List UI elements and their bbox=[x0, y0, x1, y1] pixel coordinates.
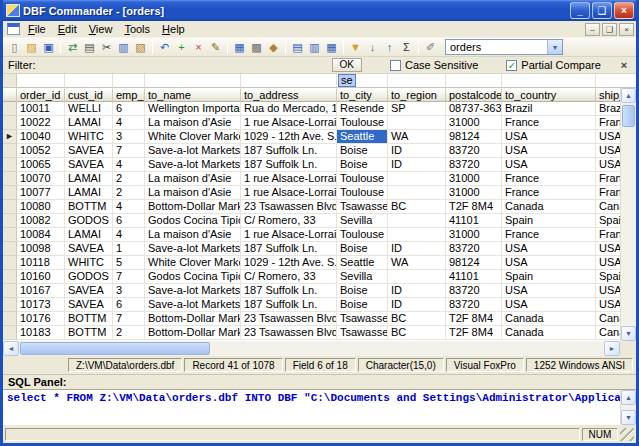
grid-cell[interactable]: 31000 bbox=[446, 186, 502, 200]
grid-cell[interactable]: ID bbox=[388, 298, 446, 312]
grid-cell[interactable]: Spain bbox=[596, 270, 620, 284]
sort-ascending-icon[interactable]: ↓ bbox=[364, 40, 381, 55]
grid-cell[interactable]: Save-a-lot Markets bbox=[145, 144, 241, 158]
sql-scroll-down-icon[interactable]: ▼ bbox=[621, 410, 636, 425]
grid-cell[interactable]: T2F 8M4 bbox=[446, 326, 502, 340]
grid-cell[interactable]: 10118 bbox=[17, 256, 65, 270]
grid-cell[interactable]: USA bbox=[502, 284, 596, 298]
grid-cell[interactable]: USA bbox=[596, 158, 620, 172]
menu-view[interactable]: View bbox=[83, 22, 119, 36]
grid-cell[interactable]: 7 bbox=[113, 312, 145, 326]
grid-cell[interactable]: White Clover Market bbox=[145, 256, 241, 270]
column-header-ship_[interactable]: ship_ bbox=[596, 88, 620, 102]
grid-cell[interactable]: Save-a-lot Markets bbox=[145, 284, 241, 298]
grid-cell[interactable]: SAVEA bbox=[65, 298, 113, 312]
sort-descending-icon[interactable]: ↑ bbox=[381, 40, 398, 55]
grid-cell[interactable]: USA bbox=[502, 256, 596, 270]
grid-cell[interactable]: Bottom-Dollar Marke bbox=[145, 200, 241, 214]
grid-cell[interactable]: 23 Tsawassen Blvd. bbox=[241, 200, 337, 214]
row-marker[interactable] bbox=[3, 256, 17, 270]
copy-icon[interactable]: ▥ bbox=[115, 40, 132, 55]
grid-cell[interactable]: 83720 bbox=[446, 144, 502, 158]
grid-cell[interactable]: ID bbox=[388, 158, 446, 172]
grid-cell[interactable]: WA bbox=[388, 256, 446, 270]
grid-cell[interactable]: USA bbox=[596, 284, 620, 298]
grid-cell[interactable]: Godos Cocina Tipica bbox=[145, 270, 241, 284]
grid-cell[interactable]: ID bbox=[388, 144, 446, 158]
minimize-button[interactable]: _ bbox=[570, 2, 590, 19]
column-header-to_address[interactable]: to_address bbox=[241, 88, 337, 102]
export-icon[interactable]: ⇄ bbox=[64, 40, 81, 55]
grid-cell[interactable]: GODOS bbox=[65, 214, 113, 228]
close-button[interactable]: × bbox=[614, 2, 634, 19]
grid-cell[interactable]: Sevilla bbox=[337, 270, 388, 284]
grid-cell[interactable] bbox=[388, 270, 446, 284]
grid-cell[interactable]: Canada bbox=[596, 326, 620, 340]
filter-cell-to_city[interactable]: se bbox=[337, 74, 388, 88]
sql-scroll-up-icon[interactable]: ▲ bbox=[621, 390, 636, 405]
paste-icon[interactable]: ▧ bbox=[132, 40, 149, 55]
grid-cell[interactable]: France bbox=[502, 228, 596, 242]
grid-cell[interactable]: Bottom-Dollar Marke bbox=[145, 312, 241, 326]
grid-cell[interactable]: 1029 - 12th Ave. S. bbox=[241, 256, 337, 270]
grid-cell[interactable]: France bbox=[502, 186, 596, 200]
scroll-down-icon[interactable]: ▼ bbox=[621, 326, 636, 341]
grid-cell[interactable]: Sevilla bbox=[337, 214, 388, 228]
grid-cell[interactable]: 83720 bbox=[446, 284, 502, 298]
grid-cell[interactable]: 187 Suffolk Ln. bbox=[241, 144, 337, 158]
grid-cell[interactable]: 3 bbox=[113, 284, 145, 298]
pack-table-icon[interactable]: ▩ bbox=[248, 40, 265, 55]
filter-cell-to_name[interactable] bbox=[145, 74, 241, 88]
grid-cell[interactable]: Canada bbox=[502, 200, 596, 214]
row-marker[interactable] bbox=[3, 326, 17, 340]
row-marker[interactable] bbox=[3, 186, 17, 200]
grid-cell[interactable]: USA bbox=[596, 144, 620, 158]
partial-compare-checkbox[interactable]: ✓ Partial Compare bbox=[506, 59, 600, 71]
grid-cell[interactable]: 10173 bbox=[17, 298, 65, 312]
grid-cell[interactable]: Boise bbox=[337, 144, 388, 158]
row-marker[interactable] bbox=[3, 214, 17, 228]
grid-cell[interactable]: Canada bbox=[502, 326, 596, 340]
column-header-cust_id[interactable]: cust_id bbox=[65, 88, 113, 102]
tools-icon[interactable]: ✐ bbox=[422, 40, 439, 55]
grid-cell[interactable]: WHITC bbox=[65, 256, 113, 270]
grid-cell[interactable]: 31000 bbox=[446, 172, 502, 186]
grid-cell[interactable]: 1 rue Alsace-Lorraine bbox=[241, 172, 337, 186]
horizontal-scroll-thumb[interactable] bbox=[20, 342, 210, 355]
grid-cell[interactable]: 10167 bbox=[17, 284, 65, 298]
scroll-left-icon[interactable]: ◄ bbox=[3, 341, 19, 356]
grid-cell[interactable]: 1 rue Alsace-Lorraine bbox=[241, 186, 337, 200]
grid-cell[interactable]: SP bbox=[388, 102, 446, 116]
form-view-icon[interactable]: ▥ bbox=[306, 40, 323, 55]
grid-cell[interactable]: USA bbox=[596, 130, 620, 144]
grid-cell[interactable]: 10070 bbox=[17, 172, 65, 186]
grid-cell[interactable]: 41101 bbox=[446, 214, 502, 228]
grid-cell[interactable]: 10080 bbox=[17, 200, 65, 214]
grid-cell[interactable]: 5 bbox=[113, 256, 145, 270]
grid-cell[interactable]: T2F 8M4 bbox=[446, 200, 502, 214]
grid-cell[interactable]: Canada bbox=[596, 312, 620, 326]
column-header-to_name[interactable]: to_name bbox=[145, 88, 241, 102]
grid-cell[interactable]: White Clover Market bbox=[145, 130, 241, 144]
grid-cell[interactable]: Brazil bbox=[502, 102, 596, 116]
column-header-postalcode[interactable]: postalcode bbox=[446, 88, 502, 102]
current-row-marker[interactable]: ► bbox=[3, 130, 17, 144]
grid-cell[interactable]: ID bbox=[388, 242, 446, 256]
grid-cell[interactable]: 10176 bbox=[17, 312, 65, 326]
grid-cell[interactable]: GODOS bbox=[65, 270, 113, 284]
grid-cell[interactable]: France bbox=[502, 172, 596, 186]
grid-cell[interactable]: SAVEA bbox=[65, 158, 113, 172]
grid-cell[interactable]: 98124 bbox=[446, 130, 502, 144]
grid-cell[interactable]: 4 bbox=[113, 200, 145, 214]
grid-cell[interactable]: 1029 - 12th Ave. S. bbox=[241, 130, 337, 144]
grid-cell[interactable]: 187 Suffolk Ln. bbox=[241, 284, 337, 298]
case-sensitive-checkbox[interactable]: Case Sensitive bbox=[390, 59, 478, 71]
scroll-right-icon[interactable]: ► bbox=[604, 341, 620, 356]
append-record-icon[interactable]: + bbox=[173, 40, 190, 55]
grid-cell[interactable]: 10040 bbox=[17, 130, 65, 144]
horizontal-scrollbar[interactable]: ◄ ► bbox=[3, 341, 620, 356]
row-marker[interactable] bbox=[3, 298, 17, 312]
grid-cell[interactable]: ID bbox=[388, 284, 446, 298]
grid-cell[interactable]: 1 rue Alsace-Lorraine bbox=[241, 116, 337, 130]
filter-cell-to_country[interactable] bbox=[502, 74, 596, 88]
